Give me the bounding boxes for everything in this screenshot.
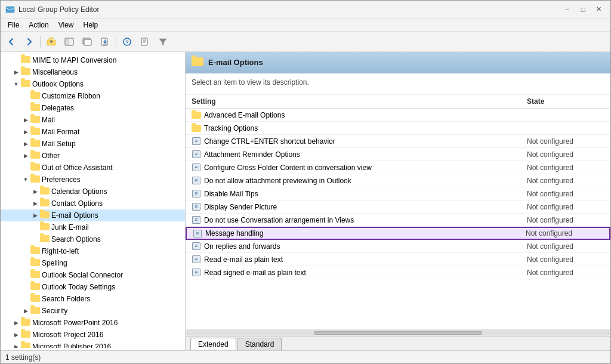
setting-row-disable-mail-tips[interactable]: Disable Mail Tips Not configured [186, 187, 610, 200]
show-hide-button[interactable] [61, 33, 78, 50]
main-content: MIME to MAPI Conversion ▶ Miscellaneous … [1, 52, 610, 350]
folder-icon-outlook-options [21, 80, 30, 88]
tree-item-calendar-options[interactable]: ▶ Calendar Options [1, 186, 185, 198]
tree-label-email-options: E-mail Options [51, 211, 98, 220]
menu-view[interactable]: View [54, 18, 79, 32]
tree-item-outlook-social[interactable]: Outlook Social Connector [1, 269, 185, 281]
tree-toggle-search-options [30, 235, 40, 244]
tree-label-ms-powerpoint: Microsoft PowerPoint 2016 [32, 319, 118, 327]
setting-row-advanced-email[interactable]: Advanced E-mail Options [186, 109, 610, 122]
tree-label-mail: Mail [42, 116, 55, 124]
tree-toggle-email-options: ▶ [30, 211, 40, 220]
tree-item-contact-options[interactable]: ▶ Contact Options [1, 198, 185, 209]
tree-item-delegates[interactable]: Delegates [1, 102, 185, 114]
forward-button[interactable] [21, 33, 38, 50]
setting-row-message-handling[interactable]: Message handling Not configured [186, 227, 610, 240]
tab-standard[interactable]: Standard [237, 338, 282, 350]
maximize-button[interactable]: □ [576, 4, 590, 15]
tree-item-customize-ribbon[interactable]: Customize Ribbon [1, 90, 185, 102]
tree-label-customize-ribbon: Customize Ribbon [42, 92, 100, 100]
setting-row-signed-plain-text[interactable]: Read signed e-mail as plain text Not con… [186, 266, 610, 279]
tree-toggle-miscellaneous: ▶ [11, 67, 21, 77]
tree-item-other[interactable]: ▶ Other [1, 150, 185, 162]
new-window-button[interactable] [79, 33, 95, 50]
minimize-button[interactable]: − [560, 4, 575, 15]
setting-state-cross-folder: Not configured [527, 164, 604, 172]
tree-item-search-options[interactable]: Search Options [1, 233, 185, 245]
tree-item-spelling[interactable]: Spelling [1, 257, 185, 269]
content-description: Select an item to view its description. [186, 73, 610, 95]
tree-label-miscellaneous: Miscellaneous [32, 68, 78, 76]
svg-rect-11 [141, 38, 147, 45]
tree-item-mail[interactable]: ▶ Mail [1, 114, 185, 126]
tree-item-junk-email[interactable]: Junk E-mail [1, 221, 185, 233]
setting-row-no-attachment-preview[interactable]: Do not allow attachment previewing in Ou… [186, 174, 610, 187]
tree-panel: MIME to MAPI Conversion ▶ Miscellaneous … [1, 52, 186, 350]
setting-row-tracking[interactable]: Tracking Options [186, 122, 610, 135]
tree-label-outlook-social: Outlook Social Connector [42, 271, 123, 279]
tree-label-out-of-office: Out of Office Assistant [42, 164, 113, 172]
doc-icon-disable-mail-tips [192, 190, 201, 198]
folder-icon-ms-powerpoint [21, 319, 30, 327]
folder-icon-outlook-social [30, 271, 40, 279]
setting-row-plain-text[interactable]: Read e-mail as plain text Not configured [186, 253, 610, 266]
filter-button[interactable] [155, 33, 171, 50]
tree-label-delegates: Delegates [42, 104, 74, 112]
tree-toggle-ms-publisher: ▶ [11, 342, 21, 348]
tree-item-mail-format[interactable]: ▶ Mail Format [1, 126, 185, 138]
col-header-state: State [527, 97, 604, 106]
tree-item-ms-powerpoint[interactable]: ▶ Microsoft PowerPoint 2016 [1, 317, 185, 329]
tree-item-email-options[interactable]: ▶ E-mail Options [1, 209, 185, 221]
tree-item-miscellaneous[interactable]: ▶ Miscellaneous [1, 66, 185, 78]
col-header-setting: Setting [192, 97, 527, 106]
tree-item-search-folders[interactable]: Search Folders [1, 293, 185, 305]
tree-toggle-mail-setup: ▶ [21, 139, 30, 149]
tree-toggle-calendar-options: ▶ [30, 187, 40, 196]
tree-item-out-of-office[interactable]: Out of Office Assistant [1, 162, 185, 174]
tree-toggle-outlook-options: ▼ [11, 79, 21, 89]
tree-toggle-out-of-office [21, 163, 30, 172]
setting-row-attachment-reminder[interactable]: Attachment Reminder Options Not configur… [186, 148, 610, 161]
tab-extended[interactable]: Extended [190, 338, 236, 350]
horizontal-scrollbar[interactable] [186, 329, 610, 336]
setting-state-message-handling: Not configured [526, 229, 603, 237]
menu-action[interactable]: Action [24, 18, 53, 32]
tree-item-mime[interactable]: MIME to MAPI Conversion [1, 54, 185, 66]
tree-item-ms-publisher[interactable]: ▶ Microsoft Publisher 2016 [1, 341, 185, 348]
tree-item-security[interactable]: ▶ Security [1, 305, 185, 317]
folder-icon-ms-publisher [21, 343, 30, 348]
setting-name-message-handling: Message handling [205, 229, 526, 237]
export-button[interactable] [97, 33, 113, 50]
tree-item-outlook-today[interactable]: Outlook Today Settings [1, 281, 185, 293]
tree-label-calendar-options: Calendar Options [51, 187, 107, 196]
setting-row-cross-folder[interactable]: Configure Cross Folder Content in conver… [186, 161, 610, 174]
tree-label-security: Security [42, 307, 67, 315]
up-button[interactable] [43, 33, 60, 50]
tree-item-outlook-options[interactable]: ▼ Outlook Options [1, 78, 185, 90]
properties-button[interactable] [137, 33, 153, 50]
menu-file[interactable]: File [3, 18, 24, 32]
settings-table[interactable]: Advanced E-mail Options Tracking Options… [186, 109, 610, 329]
tree-item-preferences[interactable]: ▼ Preferences [1, 174, 185, 186]
tree-item-ms-project[interactable]: ▶ Microsoft Project 2016 [1, 329, 185, 341]
setting-row-no-conversation[interactable]: Do not use Conversation arrangement in V… [186, 214, 610, 227]
tree-label-mail-format: Mail Format [42, 128, 79, 136]
tree-label-mime: MIME to MAPI Conversion [32, 56, 116, 64]
setting-row-on-replies[interactable]: On replies and forwards Not configured [186, 240, 610, 253]
setting-row-ctrl-enter[interactable]: Change CTRL+ENTER shortcut behavior Not … [186, 135, 610, 148]
tree-item-right-to-left[interactable]: Right-to-left [1, 245, 185, 257]
folder-icon-calendar-options [40, 187, 50, 196]
title-bar-left: Local Group Policy Editor [5, 5, 99, 14]
folder-icon-mail-setup [30, 140, 40, 148]
setting-row-display-sender[interactable]: Display Sender Picture Not configured [186, 200, 610, 214]
close-button[interactable]: ✕ [591, 4, 606, 15]
menu-help[interactable]: Help [79, 18, 103, 32]
help-button[interactable]: ? [119, 33, 135, 50]
tree-scroll[interactable]: MIME to MAPI Conversion ▶ Miscellaneous … [1, 54, 185, 348]
folder-icon-advanced-email [192, 111, 201, 119]
hscroll-thumb[interactable] [314, 331, 482, 335]
doc-icon-display-sender [192, 203, 201, 211]
tree-item-mail-setup[interactable]: ▶ Mail Setup [1, 138, 185, 150]
hscroll-track[interactable] [187, 331, 609, 335]
back-button[interactable] [3, 33, 20, 50]
